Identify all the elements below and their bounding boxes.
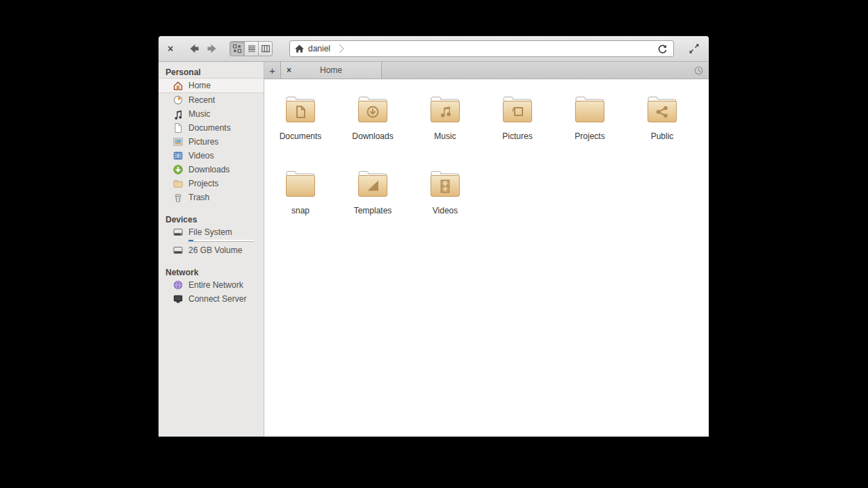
music-icon [172, 108, 184, 120]
expand-icon [689, 43, 700, 54]
folder-icon [427, 95, 463, 125]
sidebar-header-network: Network [159, 263, 264, 278]
folder-icon [282, 169, 319, 200]
sidebar-item-label: 26 GB Volume [188, 245, 242, 255]
tab-home[interactable]: × Home [281, 62, 382, 79]
file-label: Documents [280, 131, 322, 141]
file-item-pictures[interactable]: Pictures [481, 93, 554, 168]
disk-usage-bar [188, 240, 254, 242]
breadcrumb[interactable]: daniel [294, 43, 344, 54]
window-close-button[interactable]: × [164, 43, 177, 54]
tab-close-button[interactable]: × [287, 65, 296, 75]
file-item-templates[interactable]: Templates [337, 168, 409, 242]
sidebar-item-music[interactable]: Music [159, 107, 264, 121]
file-label: Videos [433, 206, 458, 215]
forward-arrow-icon [206, 42, 218, 55]
main-area: + × Home [264, 62, 709, 437]
list-view-icon [247, 44, 257, 54]
file-item-videos[interactable]: Videos [409, 168, 481, 242]
recent-icon [172, 95, 184, 106]
tab-history-button[interactable] [688, 62, 709, 79]
file-item-downloads[interactable]: Downloads [337, 93, 409, 168]
new-tab-button[interactable]: + [264, 62, 281, 79]
toolbar: × [159, 36, 709, 62]
sidebar-item-pictures[interactable]: Pictures [159, 135, 264, 149]
sidebar-item-documents[interactable]: Documents [159, 121, 264, 135]
icon-view[interactable]: Documents Downloads [264, 79, 709, 437]
view-switcher [230, 41, 273, 56]
grid-view-button[interactable] [230, 42, 244, 56]
file-label: Downloads [352, 131, 393, 141]
file-item-snap[interactable]: snap [264, 168, 337, 242]
sidebar-item-label: Videos [188, 151, 214, 161]
sidebar-item-connect-server[interactable]: Connect Server [159, 292, 264, 306]
folder-icon [355, 169, 391, 200]
sidebar-item-label: Entire Network [188, 280, 243, 290]
trash-icon [172, 192, 184, 203]
list-view-button[interactable] [244, 42, 258, 56]
sidebar-item-label: Home [188, 81, 211, 90]
column-view-button[interactable] [258, 42, 272, 56]
harddisk-icon [172, 227, 184, 238]
file-manager-window: × [159, 36, 709, 437]
sidebar-item-label: Trash [188, 193, 209, 202]
path-bar[interactable]: daniel [289, 40, 674, 57]
file-item-music[interactable]: Music [409, 93, 481, 168]
sidebar-item-label: Downloads [188, 165, 230, 174]
maximize-button[interactable] [686, 41, 702, 56]
sidebar-item-label: Connect Server [188, 294, 246, 304]
window-body: Personal Home Recent [159, 62, 709, 437]
sidebar-item-entire-network[interactable]: Entire Network [159, 278, 264, 292]
column-view-icon [261, 44, 271, 54]
downloads-icon [172, 164, 184, 175]
grid-view-icon [232, 44, 242, 54]
file-label: Pictures [502, 131, 532, 141]
refresh-icon [657, 44, 668, 54]
sidebar-item-26gb-volume[interactable]: 26 GB Volume [159, 243, 264, 257]
disk-usage-fill [188, 240, 193, 241]
sidebar-item-file-system[interactable]: File System [159, 225, 264, 243]
folder-icon [355, 95, 391, 125]
sidebar-item-videos[interactable]: Videos [159, 149, 264, 163]
sidebar-item-label: File System [188, 227, 232, 237]
home-icon [172, 80, 184, 91]
file-item-documents[interactable]: Documents [264, 93, 337, 168]
sidebar-item-label: Recent [188, 95, 215, 105]
sidebar-item-label: Pictures [188, 137, 218, 147]
chevron-right-icon [339, 43, 344, 54]
refresh-button[interactable] [655, 42, 669, 56]
home-icon [294, 44, 305, 54]
file-label: Projects [574, 131, 604, 141]
history-clock-icon [693, 65, 704, 76]
server-monitor-icon [172, 293, 184, 304]
sidebar-item-downloads[interactable]: Downloads [159, 163, 264, 177]
tab-bar: + × Home [264, 62, 709, 79]
pictures-icon [172, 136, 184, 147]
file-item-projects[interactable]: Projects [554, 93, 626, 168]
file-label: Music [434, 131, 456, 141]
sidebar-item-recent[interactable]: Recent [159, 93, 264, 107]
sidebar-item-label: Projects [188, 179, 218, 188]
document-icon [172, 122, 184, 133]
sidebar-header-devices: Devices [159, 211, 264, 225]
sidebar-item-trash[interactable]: Trash [159, 190, 264, 204]
forward-button[interactable] [203, 41, 221, 56]
back-button[interactable] [185, 41, 203, 56]
harddisk-icon [172, 245, 184, 256]
folder-icon [172, 178, 184, 189]
sidebar-item-home[interactable]: Home [159, 78, 264, 93]
file-item-public[interactable]: Public [626, 93, 698, 168]
folder-icon [282, 95, 319, 125]
folder-icon [644, 95, 680, 125]
sidebar-item-projects[interactable]: Projects [159, 177, 264, 190]
network-globe-icon [172, 279, 184, 291]
sidebar: Personal Home Recent [159, 62, 264, 437]
file-grid: Documents Downloads [264, 93, 701, 242]
tab-label: Home [296, 65, 366, 75]
sidebar-item-label: Music [188, 109, 210, 119]
back-arrow-icon [188, 42, 200, 55]
sidebar-header-personal: Personal [159, 63, 264, 78]
folder-icon [427, 169, 463, 200]
file-label: snap [291, 206, 310, 215]
folder-icon [499, 95, 536, 125]
